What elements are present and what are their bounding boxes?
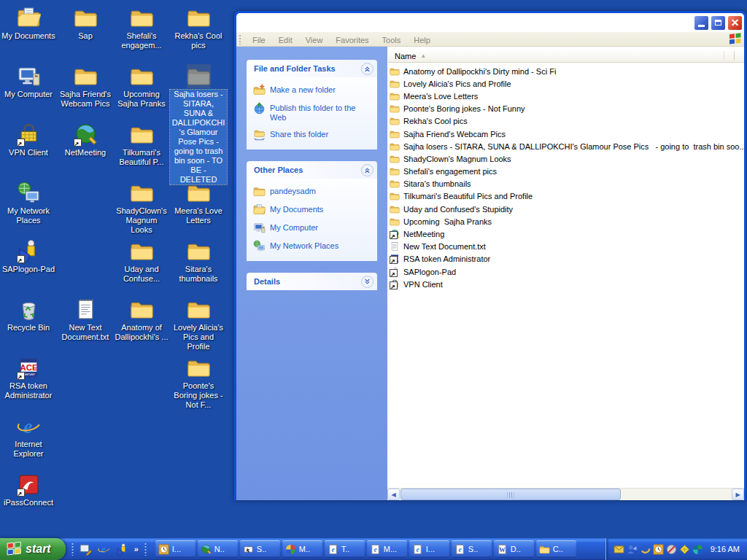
menu-tools[interactable]: Tools (376, 34, 408, 47)
column-header-name[interactable]: Name ▲ (388, 50, 744, 63)
file-list-row[interactable]: Anatomy of Dallipockhi's Dirty mind - Sc… (387, 65, 744, 77)
scrollbar-thumb[interactable] (400, 489, 621, 500)
tray-user-icon[interactable] (627, 544, 638, 555)
task-link[interactable]: Share this folder (253, 128, 373, 141)
desktop-icon[interactable]: My Computer (0, 64, 57, 99)
taskbar-window-button[interactable]: WD.. (494, 540, 534, 558)
horizontal-scrollbar[interactable]: ◀ ▶ (387, 488, 744, 500)
desktop-icon[interactable]: ACEServerRSA token Administrator (0, 356, 57, 400)
window-titlebar[interactable]: ✕ (236, 13, 744, 32)
menu-view[interactable]: View (299, 34, 330, 47)
taskbar-window-button[interactable]: eM... (367, 540, 407, 558)
task-link[interactable]: Publish this folder to the Web (253, 102, 373, 122)
desktop-icon[interactable]: Recycle Bin (0, 298, 57, 332)
close-button[interactable]: ✕ (727, 15, 743, 31)
file-list-row[interactable]: ACEServerRSA token Administrator (387, 253, 744, 265)
menu-file[interactable]: File (246, 34, 272, 47)
file-list-row[interactable]: NetMeeting (387, 228, 744, 240)
desktop-icon[interactable]: Sajha losers - SITARA, SUNA & DALLIPOKCH… (170, 64, 227, 184)
file-list-row[interactable]: Sajha Friend's Webcam Pics (387, 128, 744, 140)
quick-launch-overflow-chevron[interactable]: » (134, 545, 139, 553)
taskbar-window-button[interactable]: S.. (240, 540, 280, 558)
chevron-up-icon[interactable] (361, 164, 374, 176)
desktop-icon[interactable]: Uday and Confuse... (113, 239, 170, 284)
task-link[interactable]: My Computer (253, 222, 373, 234)
task-link[interactable]: My Documents (253, 203, 373, 216)
tray-swirl-icon[interactable] (640, 544, 651, 555)
task-link[interactable]: pandeysadm (253, 185, 373, 198)
desktop-icon[interactable]: iPassConnect (0, 472, 57, 508)
desktop-icon[interactable]: SAPlogon-Pad (0, 239, 57, 274)
desktop-icon[interactable]: Tilkumari's Beautiful P... (113, 122, 170, 167)
desktop-icon[interactable]: Upcoming Sajha Pranks (113, 64, 170, 109)
file-list-row[interactable]: Shefali's engagement pics (387, 166, 744, 178)
desktop-icon[interactable]: Rekha's Cool pics (170, 6, 227, 50)
file-list-row[interactable]: Meera's Love Letters (387, 90, 744, 102)
desktop-icon[interactable]: Sajha Friend's Webcam Pics (57, 64, 114, 109)
tray-mail-icon[interactable] (614, 544, 624, 555)
quick-launch-show-desktop-icon[interactable] (80, 543, 92, 556)
desktop-icon[interactable]: ShadyClown's Magnum Looks (113, 181, 170, 235)
tray-clock-app-icon[interactable] (653, 544, 664, 555)
desktop-icon[interactable]: New Text Document.txt (57, 298, 114, 342)
chevron-down-icon[interactable] (361, 276, 374, 288)
quick-launch-grip-handle[interactable] (71, 542, 74, 556)
taskbar-window-button[interactable]: C.. (536, 540, 576, 558)
taskbar-window-button[interactable]: eI... (409, 540, 449, 558)
tray-diamond-icon[interactable] (679, 544, 690, 555)
desktop-icon[interactable]: My Documents (0, 6, 57, 41)
taskbar-window-button[interactable]: I... (155, 540, 196, 558)
file-list-row[interactable]: Sitara's thumbnails (387, 178, 744, 190)
scrollbar-track[interactable] (400, 489, 732, 500)
chevron-up-icon[interactable] (361, 63, 374, 75)
menu-help[interactable]: Help (407, 34, 437, 47)
file-list-row[interactable]: VPN Client (387, 278, 744, 290)
start-button[interactable]: start (0, 538, 66, 560)
desktop-icon[interactable]: VPN Client (0, 122, 57, 158)
desktop-icon[interactable]: Shefali's engagem... (113, 6, 170, 50)
tray-mute-icon[interactable] (666, 544, 677, 555)
file-list-row[interactable]: Poonte's Boring jokes - Not Funny (387, 103, 744, 115)
netmeeting-icon (74, 122, 98, 147)
taskbar-window-button[interactable]: N.. (198, 540, 238, 558)
menubar-grip-handle[interactable] (239, 34, 241, 44)
scroll-left-button[interactable]: ◀ (387, 489, 400, 500)
desktop-icon[interactable]: Poonte's Boring jokes - Not F... (170, 356, 227, 410)
column-divider[interactable] (734, 51, 735, 61)
desktop-icon[interactable]: Lovely Alicia's Pics and Profile (170, 298, 227, 351)
file-list-row[interactable]: Uday and Confused's Stupidity (387, 203, 744, 215)
maximize-button[interactable] (711, 15, 726, 31)
section-header[interactable]: Details (247, 273, 377, 290)
quick-launch-ie-icon[interactable]: e (98, 543, 110, 556)
file-list-row[interactable]: SAPlogon-Pad (387, 265, 744, 278)
task-link[interactable]: Make a new folder (253, 84, 373, 96)
menu-favorites[interactable]: Favorites (329, 34, 375, 47)
desktop-icon[interactable]: Meera's Love Letters (170, 181, 227, 225)
file-list-row[interactable]: Lovely Alicia's Pics and Profile (387, 77, 744, 90)
quick-launch-sap-icon[interactable] (116, 543, 128, 556)
file-list-row[interactable]: Tilkumari's Beautiful Pics and Profile (387, 190, 744, 203)
desktop-icon[interactable]: Sitara's thumbnails (170, 239, 227, 284)
tray-clock[interactable]: 9:16 AM (711, 545, 740, 553)
desktop-icon[interactable]: eInternet Explorer (0, 414, 57, 459)
tray-pinwheel-icon[interactable] (692, 544, 703, 555)
file-list-row[interactable]: ShadyClown's Magnum Looks (387, 152, 744, 165)
taskbar-window-button[interactable]: eT.. (325, 540, 365, 558)
file-list-row[interactable]: Sajha losers - SITARA, SUNA & DALLIPOKCH… (387, 140, 744, 152)
file-list-row[interactable]: Upcoming Sajha Pranks (387, 215, 744, 228)
menu-edit[interactable]: Edit (272, 34, 299, 47)
file-list-row[interactable]: Rekha's Cool pics (387, 115, 744, 128)
section-header[interactable]: Other Places (247, 161, 377, 179)
task-link[interactable]: My Network Places (253, 240, 373, 252)
taskbar-grip-handle[interactable] (144, 542, 147, 556)
section-header[interactable]: File and Folder Tasks (247, 60, 377, 77)
taskbar-window-button[interactable]: eS.. (452, 540, 492, 558)
taskbar-window-button[interactable]: M.. (282, 540, 322, 558)
desktop-icon[interactable]: NetMeeting (57, 122, 114, 158)
scroll-right-button[interactable]: ▶ (732, 489, 744, 500)
file-list-row[interactable]: New Text Document.txt (387, 241, 744, 253)
desktop-icon[interactable]: Anatomy of Dallipockhi's ... (113, 298, 170, 342)
minimize-button[interactable] (694, 15, 709, 31)
desktop-icon[interactable]: Sap (57, 6, 114, 41)
desktop-icon[interactable]: My Network Places (0, 181, 57, 225)
